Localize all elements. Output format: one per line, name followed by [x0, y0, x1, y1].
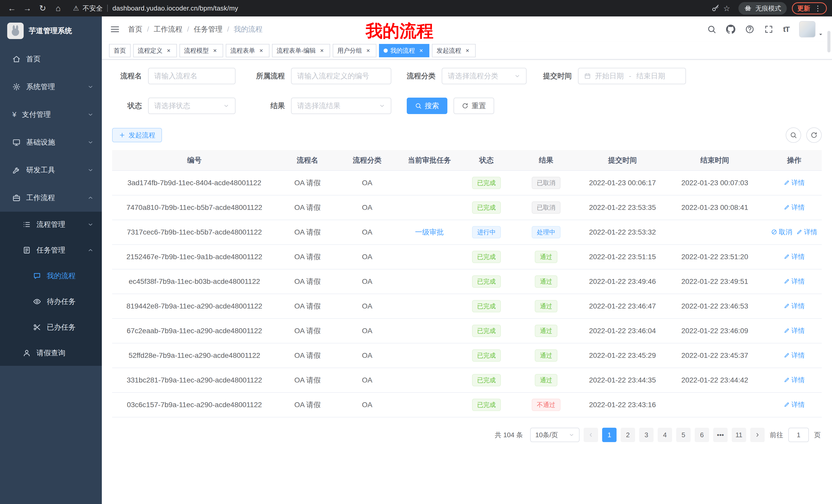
tab-initiate-process[interactable]: 发起流程×	[432, 44, 476, 57]
detail-action[interactable]: 详情	[784, 351, 805, 360]
sidebar-item-process-management[interactable]: 流程管理	[0, 212, 102, 237]
detail-action[interactable]: 详情	[784, 252, 805, 261]
kebab-menu-icon[interactable]: ⋮	[814, 4, 822, 12]
next-page-button[interactable]	[750, 428, 765, 442]
sidebar-item-system-management[interactable]: 系统管理	[0, 73, 102, 101]
close-icon[interactable]: ×	[365, 47, 372, 54]
create-process-button[interactable]: 发起流程	[112, 128, 162, 142]
detail-action[interactable]: 详情	[784, 400, 805, 409]
breadcrumb-item[interactable]: 首页	[128, 24, 142, 34]
sidebar-item-done-tasks[interactable]: 已办任务	[0, 314, 102, 340]
prev-page-button[interactable]	[583, 428, 598, 442]
reset-button[interactable]: 重置	[453, 97, 494, 114]
page-button-6[interactable]: 6	[695, 428, 709, 442]
detail-action[interactable]: 详情	[784, 277, 805, 286]
detail-action[interactable]: 详情	[784, 178, 805, 187]
tab-process-form[interactable]: 流程表单×	[226, 44, 269, 57]
search-button[interactable]: 搜索	[407, 97, 447, 114]
hamburger-icon[interactable]	[110, 24, 120, 34]
page-button-2[interactable]: 2	[621, 428, 635, 442]
tab-process-form-edit[interactable]: 流程表单-编辑×	[272, 44, 330, 57]
close-icon[interactable]: ×	[418, 47, 425, 54]
sidebar-item-my-process[interactable]: 我的流程	[0, 263, 102, 289]
close-icon[interactable]: ×	[464, 47, 471, 54]
result-cell: 不通过	[510, 393, 582, 417]
page-button-3[interactable]: 3	[639, 428, 654, 442]
process-definition-input[interactable]	[291, 68, 391, 84]
gear-icon	[12, 83, 21, 91]
user-menu[interactable]	[799, 21, 824, 37]
close-icon[interactable]: ×	[258, 47, 265, 54]
sidebar-item-payment-management[interactable]: ¥支付管理	[0, 101, 102, 129]
tab-process-model[interactable]: 流程模型×	[179, 44, 223, 57]
search-icon[interactable]	[707, 25, 716, 34]
filter-row-2: 状态 请选择状态 结果 请选择流结果	[112, 97, 822, 114]
detail-action[interactable]: 详情	[784, 326, 805, 335]
page-button-1[interactable]: 1	[602, 428, 617, 442]
detail-action[interactable]: 详情	[784, 203, 805, 212]
result-cell: 通过	[510, 245, 582, 269]
tab-user-group[interactable]: 用户分组×	[333, 44, 376, 57]
back-icon[interactable]: ←	[5, 2, 19, 15]
github-icon[interactable]	[726, 25, 735, 34]
browser-home-icon[interactable]: ⌂	[51, 2, 65, 15]
actions-cell: 详情	[767, 393, 822, 417]
tab-process-definition[interactable]: 流程定义×	[133, 44, 177, 57]
detail-action[interactable]: 详情	[784, 375, 805, 385]
page-button-11[interactable]: 11	[732, 428, 746, 442]
filter-status: 状态 请选择状态	[112, 97, 235, 114]
font-size-icon[interactable]: tT	[783, 25, 789, 34]
category-select[interactable]: 请选择流程分类	[442, 68, 526, 84]
category-cell: OA	[338, 245, 396, 269]
action-label: 详情	[804, 228, 817, 236]
sidebar-item-task-management[interactable]: 任务管理	[0, 237, 102, 263]
key-icon[interactable]	[711, 4, 720, 12]
avatar[interactable]	[799, 21, 815, 37]
action-label: 详情	[791, 375, 805, 385]
page-button-5[interactable]: 5	[676, 428, 691, 442]
done-icon	[33, 323, 41, 331]
app-logo[interactable]: 芋道管理系统	[0, 17, 102, 45]
sidebar-item-dev-tools[interactable]: 研发工具	[0, 156, 102, 184]
refresh-table-button[interactable]	[806, 128, 822, 143]
update-button[interactable]: 更新 ⋮	[792, 2, 827, 15]
reload-icon[interactable]: ↻	[36, 2, 49, 15]
star-icon[interactable]: ☆	[723, 4, 730, 13]
tab-home[interactable]: 首页	[109, 44, 131, 57]
task-link[interactable]: 一级审批	[415, 228, 444, 236]
sidebar-item-home[interactable]: 首页	[0, 45, 102, 73]
detail-action[interactable]: 详情	[796, 228, 817, 236]
detail-action[interactable]: 详情	[784, 302, 805, 311]
calendar-icon	[584, 73, 591, 79]
goto-page-input[interactable]	[788, 428, 809, 442]
page-size-select[interactable]: 10条/页	[530, 428, 579, 442]
address-bar[interactable]: ⚠ 不安全 dashboard.yudao.iocoder.cn/bpm/tas…	[67, 1, 736, 16]
result-select[interactable]: 请选择流结果	[291, 97, 391, 114]
sidebar-item-infrastructure[interactable]: 基础设施	[0, 129, 102, 156]
sidebar-item-workflow[interactable]: 工作流程	[0, 184, 102, 212]
help-icon[interactable]	[745, 25, 754, 34]
fullscreen-icon[interactable]	[764, 25, 773, 34]
close-icon[interactable]: ×	[211, 47, 218, 54]
process-name-input[interactable]	[148, 68, 235, 84]
page-button-4[interactable]: 4	[658, 428, 672, 442]
process-name-cell: OA 请假	[277, 269, 338, 294]
submit-time-cell: 2022-01-22 23:44:35	[582, 368, 663, 393]
close-icon[interactable]: ×	[318, 47, 326, 54]
breadcrumb-item[interactable]: 任务管理	[194, 24, 223, 34]
toggle-search-button[interactable]	[786, 128, 801, 143]
close-icon[interactable]: ×	[165, 47, 172, 54]
chevron-down-icon	[87, 139, 94, 145]
tab-my-process[interactable]: 我的流程×	[379, 44, 430, 57]
more-pages-button[interactable]: •••	[713, 428, 728, 442]
sidebar-item-leave-query[interactable]: 请假查询	[0, 340, 102, 366]
cancel-action[interactable]: 取消	[771, 228, 792, 236]
status-select[interactable]: 请选择状态	[148, 97, 235, 114]
forward-icon[interactable]: →	[21, 2, 34, 15]
result-badge: 通过	[535, 325, 557, 337]
scrollbar-thumb[interactable]	[827, 31, 830, 52]
date-range-picker[interactable]: 开始日期 - 结束日期	[578, 68, 686, 84]
breadcrumb-item[interactable]: 工作流程	[154, 24, 183, 34]
sidebar-item-todo-tasks[interactable]: 待办任务	[0, 289, 102, 314]
app-shell: 芋道管理系统 首页系统管理¥支付管理基础设施研发工具工作流程流程管理任务管理我的…	[0, 17, 832, 504]
